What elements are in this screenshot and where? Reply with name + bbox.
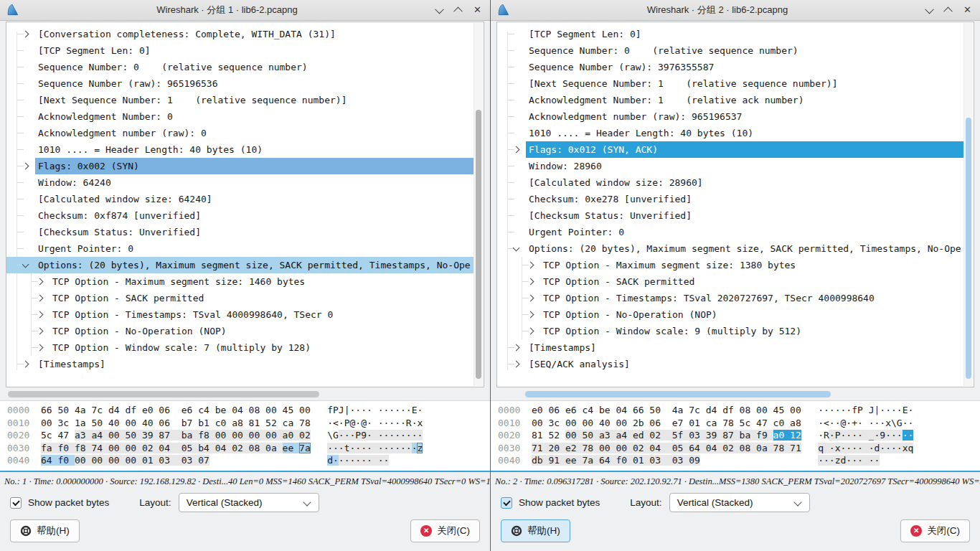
hex-byte[interactable]: 5c <box>740 418 756 428</box>
ascii-char[interactable]: · <box>367 405 372 415</box>
vertical-scrollbar-thumb[interactable] <box>476 110 481 378</box>
hex-row[interactable]: 0040 db 91 ee 7a 64 f0 01 03 03 09 ···zd… <box>498 454 980 467</box>
hex-byte[interactable]: df <box>722 405 739 415</box>
hex-byte[interactable]: 64 <box>41 455 57 466</box>
ascii-char[interactable]: · <box>339 455 344 466</box>
ascii-char[interactable]: · <box>897 430 903 441</box>
hex-byte[interactable]: a8 <box>232 418 248 428</box>
hex-byte[interactable]: 3c <box>57 418 74 428</box>
ascii-char[interactable]: · <box>857 430 863 441</box>
hex-byte[interactable]: d4 <box>108 405 125 415</box>
tree-row[interactable]: TCP Option - Window scale: 7 (multiply b… <box>6 339 474 356</box>
hex-byte[interactable]: 00 <box>599 443 616 453</box>
hex-byte[interactable]: 5c <box>41 430 57 441</box>
hex-byte[interactable]: 04 <box>706 443 722 453</box>
hex-byte[interactable]: 64 <box>599 455 616 466</box>
ascii-char[interactable]: P <box>835 430 841 441</box>
collapsed-arrow-icon[interactable] <box>513 344 520 352</box>
hex-byte[interactable]: 04 <box>232 405 248 415</box>
hex-byte[interactable]: 00 <box>232 430 248 441</box>
hex-byte[interactable]: 4a <box>672 405 689 415</box>
hex-byte[interactable]: fa <box>41 443 57 453</box>
ascii-char[interactable]: · <box>824 455 829 466</box>
hex-byte[interactable]: b4 <box>198 443 215 453</box>
hex-byte[interactable]: 81 <box>249 418 265 428</box>
hex-byte[interactable]: 66 <box>633 405 649 415</box>
tree-row[interactable]: [SEQ/ACK analysis] <box>497 356 964 372</box>
hex-byte[interactable]: 91 <box>548 455 565 466</box>
hex-byte[interactable]: e6 <box>565 405 582 415</box>
hex-byte[interactable]: 05 <box>182 443 198 453</box>
hex-byte[interactable]: 78 <box>582 443 598 453</box>
hex-byte[interactable]: f8 <box>198 430 215 441</box>
ascii-char[interactable]: d <box>327 455 333 466</box>
hex-byte[interactable]: 52 <box>548 430 565 441</box>
ascii-char[interactable]: · <box>852 455 857 466</box>
hex-byte[interactable]: 03 <box>182 455 198 466</box>
hex-byte[interactable]: c4 <box>198 405 215 415</box>
hex-byte[interactable]: a3 <box>75 430 91 441</box>
ascii-char[interactable]: · <box>417 430 423 441</box>
hex-dump[interactable]: 0000 66 50 4a 7c d4 df e0 06 e6 c4 be 04… <box>7 404 490 467</box>
hex-byte[interactable]: 0a <box>265 443 282 453</box>
maximize-icon[interactable] <box>453 6 463 16</box>
hex-byte[interactable]: c4 <box>582 405 598 415</box>
hex-byte[interactable]: 78 <box>773 443 790 453</box>
ascii-char[interactable]: · <box>344 430 350 441</box>
hex-byte[interactable]: be <box>215 405 232 415</box>
ascii-char[interactable]: P <box>355 430 361 441</box>
hex-byte[interactable]: a8 <box>790 418 801 428</box>
hex-byte[interactable]: a0 <box>283 430 299 441</box>
ascii-char[interactable]: · <box>333 455 339 466</box>
hex-byte[interactable]: 12 <box>790 430 801 441</box>
hex-byte[interactable]: 40 <box>599 418 616 428</box>
hex-byte[interactable]: b1 <box>198 418 215 428</box>
hex-byte[interactable]: 7a <box>582 455 598 466</box>
hex-byte[interactable]: 04 <box>215 443 232 453</box>
ascii-char[interactable]: · <box>885 443 891 453</box>
hex-row[interactable]: 0030 71 20 e2 78 00 00 02 04 05 64 04 02… <box>498 442 980 455</box>
vertical-scrollbar[interactable] <box>963 23 973 386</box>
hex-byte[interactable]: 04 <box>159 443 181 453</box>
hex-byte[interactable]: 74 <box>91 443 108 453</box>
tree-row[interactable]: TCP Option - SACK permitted <box>6 290 474 306</box>
ascii-char[interactable]: · <box>355 405 361 415</box>
collapsed-arrow-icon[interactable] <box>527 278 534 286</box>
ascii-char[interactable]: · <box>361 405 367 415</box>
tree-row[interactable]: Urgent Pointer: 0 <box>497 224 964 240</box>
ascii-char[interactable]: · <box>852 443 857 453</box>
ascii-char[interactable]: · <box>891 405 897 415</box>
hex-byte[interactable]: 50 <box>125 430 141 441</box>
hex-byte[interactable]: 00 <box>532 418 548 428</box>
collapsed-arrow-icon[interactable] <box>527 262 534 269</box>
packet-detail-tree[interactable]: [TCP Segment Len: 0]Sequence Number: 0 (… <box>497 26 964 386</box>
layout-select[interactable]: Vertical (Stacked) <box>669 493 810 512</box>
hex-byte[interactable]: ee <box>283 443 299 453</box>
hex-byte[interactable]: 71 <box>790 443 801 453</box>
expanded-arrow-icon[interactable] <box>513 245 520 252</box>
hex-byte[interactable]: 00 <box>125 443 141 453</box>
close-window-icon[interactable]: ✕ <box>963 0 971 20</box>
hex-byte[interactable]: 08 <box>249 405 265 415</box>
minimize-icon[interactable] <box>925 4 934 14</box>
hex-byte[interactable]: 06 <box>649 418 672 428</box>
collapsed-arrow-icon[interactable] <box>527 295 534 302</box>
ascii-char[interactable]: · <box>846 430 852 441</box>
hex-byte[interactable]: 78 <box>722 418 739 428</box>
ascii-char[interactable]: · <box>891 430 897 441</box>
ascii-char[interactable]: · <box>339 418 344 428</box>
ascii-char[interactable]: · <box>367 443 372 453</box>
ascii-char[interactable]: · <box>880 443 885 453</box>
hex-row[interactable]: 0020 81 52 00 50 a3 a4 ed 02 5f 03 39 87… <box>498 429 980 442</box>
ascii-char[interactable]: · <box>400 443 406 453</box>
ascii-char[interactable]: · <box>406 430 412 441</box>
hex-byte[interactable]: 01 <box>689 418 705 428</box>
ascii-char[interactable]: · <box>406 405 412 415</box>
hex-byte[interactable]: 06 <box>159 418 181 428</box>
hex-byte[interactable]: 66 <box>41 405 57 415</box>
collapsed-arrow-icon[interactable] <box>22 163 29 170</box>
tree-row[interactable]: Acknowledgment Number: 0 <box>6 108 474 125</box>
maximize-icon[interactable] <box>943 6 953 16</box>
ascii-char[interactable]: · <box>880 418 885 428</box>
collapsed-arrow-icon[interactable] <box>37 295 44 302</box>
